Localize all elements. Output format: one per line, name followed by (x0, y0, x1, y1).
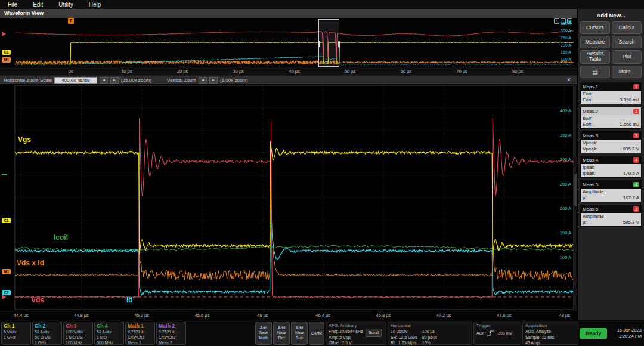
add-new-math-button[interactable]: Add New Math (255, 322, 272, 345)
channel-setting: 5 V/div (4, 329, 29, 335)
sidebar-button-results-table[interactable]: Results Table (580, 50, 610, 64)
main-time-label: 46.8 µs (376, 313, 391, 318)
sidebar-button-measure[interactable]: Measure (580, 36, 610, 48)
afg-panel[interactable]: AFG: ArbitraryFreq: 20.9644 kHzAmp: 5 Vp… (326, 322, 386, 345)
zoom-overlay-close-button[interactable]: ✕ (564, 76, 574, 84)
zoom-selection-box[interactable] (318, 19, 339, 67)
channel-badge-ch-1[interactable]: Ch 15 V/div1 GHz (1, 322, 31, 345)
overview-time-label: 40 µs (289, 69, 300, 74)
channel-marker-m1[interactable]: M1 (2, 269, 11, 274)
sidebar-button-more[interactable]: More... (612, 66, 642, 78)
dvm-button[interactable]: DVM (309, 322, 324, 345)
vertical-zoom-decrease-button[interactable]: ◄ (199, 77, 207, 84)
channel-marker-c1[interactable]: C1 (2, 218, 11, 223)
channel-name: Ch 4 (97, 323, 122, 329)
afg-burst-button[interactable]: Burst (366, 329, 382, 337)
menu-help[interactable]: Help (81, 0, 109, 9)
channel-badge-ch-4[interactable]: Ch 450 A/div1 MΩ500 MHz (94, 322, 124, 345)
sidebar-button-notes[interactable]: ▤ (580, 66, 610, 78)
measurement-name: Amplitude (583, 214, 639, 220)
measurement-label: µ': (583, 220, 587, 225)
trace-vds (15, 118, 574, 298)
channel-badge-math-1[interactable]: Math 19.7521 k...Ch3*Ch2Meas 1 (125, 322, 155, 345)
overview-panel[interactable]: 0s10 µs20 µs30 µs40 µs50 µs60 µs70 µs80 … (0, 18, 577, 75)
vertical-zoom-factor: (1.00x zoom) (220, 78, 248, 83)
trace-label-vds-x-id: Vds x Id (17, 259, 44, 267)
channel-marker-arrow[interactable] (2, 295, 6, 299)
trace-icoil (15, 245, 574, 251)
afg-title: AFG: Arbitrary (329, 323, 363, 329)
vertical-scrollbar[interactable] (573, 84, 577, 311)
main-time-label: 44.4 µs (14, 313, 29, 318)
channel-marker-m1[interactable]: M1 (2, 57, 11, 63)
trace-label-vgs: Vgs (18, 135, 31, 144)
main-time-label: 46.4 µs (315, 313, 330, 318)
acquisition-panel[interactable]: AcquisitionAuto, AnalyzeSample: 12 bits4… (522, 322, 578, 345)
measurement-value: 1.666 mJ (620, 122, 639, 128)
horizontal-zoom-scale-input[interactable] (54, 77, 97, 84)
trace-label-vds: Vds (31, 296, 44, 304)
measurement-header: Meas 63 (581, 205, 641, 213)
overview-time-axis: 0s10 µs20 µs30 µs40 µs50 µs60 µs70 µs80 … (0, 67, 577, 75)
datetime: 16 Jan 20233:28:24 PM (608, 322, 643, 345)
measurement-header: Meas 11 (581, 83, 641, 91)
add-new-header: Add New... (580, 12, 642, 18)
horizontal-zoom-increase-button[interactable]: ► (110, 77, 119, 84)
horizontal-panel[interactable]: Horizontal10 µs/divSR: 12.5 GS/sRL: 1.25… (388, 322, 472, 345)
main-waveform-panel[interactable]: 44.4 µs44.8 µs45.2 µs45.6 µs46 µs46.4 µs… (0, 84, 577, 320)
channel-badge-ch-2[interactable]: Ch 250 A/div50 Ω DS1 GHz (32, 322, 62, 345)
overview-plot[interactable] (0, 18, 577, 67)
measurement-title: Meas 2 (583, 109, 598, 114)
horizontal-zoom-decrease-button[interactable]: ◄ (100, 77, 108, 84)
measurement-panel-5[interactable]: Meas 54Amplitudeµ':107.7 A (580, 180, 642, 202)
measurement-panel-3[interactable]: Meas 33Vpeak'Vpeak:835.2 V (580, 131, 642, 153)
overview-time-label: 70 µs (456, 69, 467, 74)
channel-setting: 9.7521 k... (128, 329, 153, 335)
menu-utility[interactable]: Utility (51, 0, 80, 9)
measurement-source-badge: 4 (633, 182, 639, 187)
channel-badge-math-2[interactable]: Math 29.7521 k...Ch3*Ch2Meas 2 (156, 322, 186, 345)
trigger-position-marker[interactable]: T (68, 18, 74, 24)
measurement-panel-4[interactable]: Meas 44Ipeak'Ipeak:170.5 A (580, 156, 642, 178)
trigger-panel[interactable]: TriggerAux200 mV (473, 322, 521, 345)
add-new-button-grid: CursorsCalloutMeasureSearchResults Table… (580, 21, 642, 78)
channel-marker-arrow[interactable] (2, 32, 6, 36)
add-new-ref-button[interactable]: Add New Ref (273, 322, 290, 345)
horizontal-setting: RL: 1.25 Mpts (391, 340, 417, 346)
sidebar-button-plot[interactable]: Plot (612, 50, 642, 64)
measurement-label: Eon: (583, 97, 592, 103)
sidebar-button-search[interactable]: Search (612, 36, 642, 48)
measurement-title: Meas 1 (583, 84, 598, 89)
sidebar-button-cursors[interactable]: Cursors (580, 21, 610, 34)
channel-marker-c1[interactable]: C1 (2, 50, 11, 55)
measurement-value-row: Eoff:1.666 mJ (583, 122, 639, 128)
waveform-view-header: Waveform View (0, 9, 577, 18)
right-sidebar: Add New... CursorsCalloutMeasureSearchRe… (577, 9, 644, 320)
zoom-box-right-handle[interactable] (338, 41, 340, 47)
menu-edit[interactable]: Edit (25, 0, 51, 9)
menu-file[interactable]: File (0, 0, 25, 9)
measurement-panel-6[interactable]: Meas 63Amplitudeµ':595.3 V (580, 205, 642, 227)
channel-setting: 1 GHz (4, 335, 29, 340)
vertical-zoom-increase-button[interactable]: ► (209, 77, 218, 84)
measurement-title: Meas 3 (583, 133, 598, 138)
measurement-name: Amplitude (583, 189, 639, 195)
add-new-bus-button[interactable]: Add New Bus (291, 322, 308, 345)
zoom-plot[interactable] (0, 84, 577, 311)
horizontal-title: Horizontal (391, 323, 469, 329)
measurement-panel-1[interactable]: Meas 11Eon'Eon:3.190 mJ (580, 82, 642, 104)
channel-setting: Meas 2 (159, 340, 184, 345)
measurement-name: Vpeak' (583, 140, 639, 146)
measurement-value: 595.3 V (623, 220, 639, 225)
sidebar-button-callout[interactable]: Callout (612, 21, 642, 34)
channel-setting: 1 GHz (35, 340, 60, 345)
zoom-box-left-handle[interactable] (318, 41, 320, 47)
overview-time-label: 80 µs (512, 69, 524, 74)
channel-setting: 50 Ω DS (35, 335, 60, 340)
main-amp-label: 250 A (550, 181, 571, 187)
view-title: Waveform View (4, 10, 44, 16)
horizontal-setting: 10 µs/div (391, 329, 417, 335)
measurement-panel-2[interactable]: Meas 22Eoff'Eoff:1.666 mJ (580, 107, 642, 129)
channel-badge-ch-3[interactable]: Ch 3100 V/div1 MΩ DS100 MHz (63, 322, 93, 345)
overview-amp-label: 350 A (550, 21, 571, 26)
